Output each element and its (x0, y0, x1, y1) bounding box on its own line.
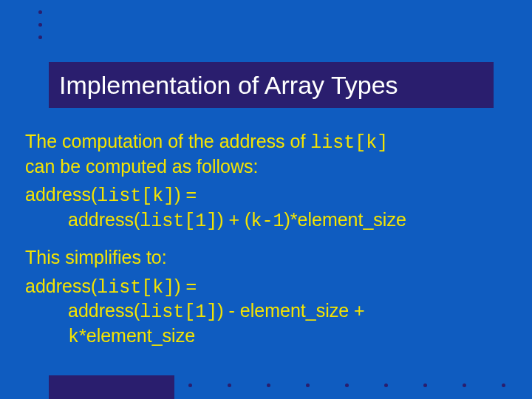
formula-rhs-code2: k-1 (250, 211, 284, 232)
formula-1-rhs: address(list[1]) + (k-1)*element_size (25, 208, 523, 233)
formula2-rhs2-code: k (68, 327, 79, 348)
dot-icon (38, 35, 42, 39)
formula-2-rhs: address(list[1]) - element_size + k*elem… (25, 299, 523, 349)
dot-icon (188, 383, 192, 387)
formula-lhs-code: list[k] (97, 185, 174, 207)
formula-rhs-pre: address( (68, 209, 140, 230)
formula-rhs-post: )*element_size (284, 209, 406, 230)
decorative-dots-top (38, 10, 42, 39)
formula2-rhs-code1: list[1] (140, 301, 217, 323)
formula2-lhs-pre: address( (25, 276, 97, 296)
dot-icon (423, 383, 427, 387)
formula-2: address(list[k]) = address(list[1]) - el… (25, 275, 523, 349)
formula2-rhs-pre: address( (68, 300, 140, 321)
formula-lhs-post: ) = (174, 184, 197, 205)
footer-bar (49, 375, 174, 399)
dot-icon (38, 23, 42, 27)
dot-icon (38, 10, 42, 14)
simplifies-text: This simplifies to: (25, 246, 523, 269)
formula-1: address(list[k]) = address(list[1]) + (k… (25, 183, 523, 233)
dot-icon (267, 383, 270, 387)
intro-paragraph: The computation of the address of list[k… (25, 130, 523, 177)
formula-rhs-mid: ) + ( (217, 209, 250, 230)
decorative-dots-bottom (188, 383, 505, 387)
dot-icon (502, 383, 505, 387)
title-box: Implementation of Array Types (49, 62, 494, 108)
formula2-rhs2-post: *element_size (79, 325, 195, 346)
formula2-lhs-code: list[k] (97, 277, 174, 299)
dot-icon (306, 383, 310, 387)
slide-body: The computation of the address of list[k… (25, 130, 523, 362)
dot-icon (463, 383, 466, 387)
slide: Implementation of Array Types The comput… (0, 0, 532, 399)
formula-rhs-code1: list[1] (140, 211, 217, 232)
formula-lhs-pre: address( (25, 184, 97, 205)
slide-title: Implementation of Array Types (59, 71, 398, 100)
intro-text: The computation of the address of (25, 131, 310, 151)
dot-icon (384, 383, 388, 387)
dot-icon (345, 383, 349, 387)
intro-text-2: can be computed as follows: (25, 156, 258, 177)
intro-code: list[k] (310, 132, 388, 154)
dot-icon (228, 383, 231, 387)
formula2-rhs-mid: ) - element_size + (217, 300, 364, 321)
formula2-lhs-post: ) = (174, 276, 197, 296)
